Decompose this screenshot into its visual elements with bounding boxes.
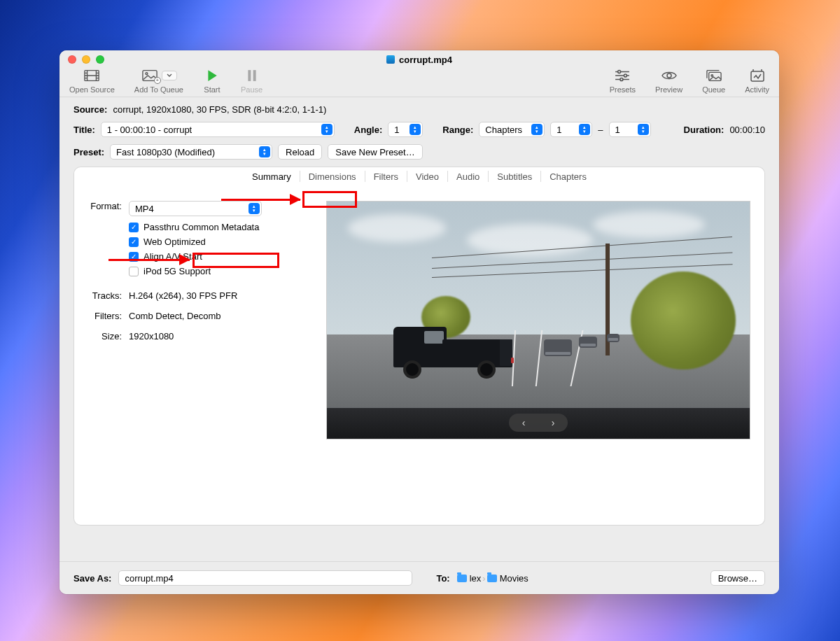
preview-prev-button[interactable]: ‹ xyxy=(522,417,526,428)
activity-button[interactable]: Activity xyxy=(745,69,769,94)
svg-rect-10 xyxy=(248,70,251,81)
start-button[interactable]: Start xyxy=(203,69,221,94)
browse-button[interactable]: Browse… xyxy=(710,570,765,586)
source-label: Source: xyxy=(74,104,107,115)
preview-nav: ‹ › xyxy=(509,414,568,432)
queue-button[interactable]: Queue xyxy=(702,69,725,94)
save-as-label: Save As: xyxy=(74,573,111,584)
images-stack-icon xyxy=(705,69,723,83)
film-icon xyxy=(83,69,101,83)
range-from-select[interactable]: 1 xyxy=(550,122,592,137)
range-label: Range: xyxy=(442,125,473,135)
range-dash: – xyxy=(598,125,603,135)
title-label: Title: xyxy=(74,125,95,135)
range-type-select[interactable]: Chapters xyxy=(479,122,545,137)
window-title: corrupt.mp4 xyxy=(399,55,452,65)
svg-point-20 xyxy=(711,75,713,77)
checkmark-icon: ✓ xyxy=(129,252,139,262)
save-as-input[interactable]: corrupt.mp4 xyxy=(118,570,412,586)
ipod-5g-support-checkbox[interactable]: iPod 5G Support xyxy=(129,266,318,276)
pause-button: Pause xyxy=(241,69,262,94)
image-add-icon: + xyxy=(141,69,159,83)
duration-label: Duration: xyxy=(684,125,724,135)
add-to-queue-button[interactable]: + xyxy=(141,69,177,83)
updown-icon xyxy=(531,124,542,135)
filters-label: Filters: xyxy=(88,311,129,321)
tracks-label: Tracks: xyxy=(88,290,129,301)
web-optimized-checkbox[interactable]: ✓ Web Optimized xyxy=(129,237,318,247)
tab-subtitles[interactable]: Subtitles xyxy=(489,168,540,185)
svg-rect-11 xyxy=(253,70,255,81)
sliders-icon xyxy=(613,69,631,83)
zoom-window-button[interactable] xyxy=(96,55,104,64)
updown-icon xyxy=(259,146,270,157)
reload-preset-button[interactable]: Reload xyxy=(278,144,322,160)
svg-point-16 xyxy=(624,74,627,77)
svg-point-17 xyxy=(620,78,623,81)
checkbox-icon xyxy=(129,267,139,276)
preset-label: Preset: xyxy=(74,147,104,157)
folder-icon xyxy=(457,575,467,582)
updown-icon xyxy=(579,124,590,135)
passthru-metadata-checkbox[interactable]: ✓ Passthru Common Metadata xyxy=(129,222,318,232)
size-label: Size: xyxy=(88,331,129,341)
checkmark-icon: ✓ xyxy=(129,237,139,247)
format-select[interactable]: MP4 xyxy=(129,201,262,216)
activity-icon xyxy=(748,69,766,83)
tab-summary[interactable]: Summary xyxy=(244,168,300,185)
updown-icon xyxy=(248,203,260,214)
tab-chapters[interactable]: Chapters xyxy=(541,168,595,185)
pause-icon xyxy=(243,69,261,83)
updown-icon xyxy=(638,124,649,135)
save-new-preset-button[interactable]: Save New Preset… xyxy=(328,144,422,160)
tab-filters[interactable]: Filters xyxy=(365,168,407,185)
window-controls xyxy=(59,55,104,64)
destination-path[interactable]: lex › Movies xyxy=(457,573,528,584)
range-to-select[interactable]: 1 xyxy=(609,122,651,137)
minimize-window-button[interactable] xyxy=(82,55,90,64)
add-to-queue-menu-button[interactable] xyxy=(162,71,177,80)
size-value: 1920x1080 xyxy=(129,331,318,341)
video-preview: ‹ › xyxy=(326,201,750,439)
play-icon xyxy=(203,69,221,83)
checkmark-icon: ✓ xyxy=(129,223,139,232)
app-window: corrupt.mp4 Open Source + xyxy=(59,50,779,594)
tracks-value: H.264 (x264), 30 FPS PFR xyxy=(129,290,318,301)
open-source-button[interactable]: Open Source xyxy=(69,69,115,94)
updown-icon xyxy=(410,124,421,135)
filters-value: Comb Detect, Decomb xyxy=(129,311,318,321)
updown-icon xyxy=(321,124,332,135)
tab-video[interactable]: Video xyxy=(407,168,447,185)
close-window-button[interactable] xyxy=(68,55,76,64)
eye-icon xyxy=(660,69,678,83)
summary-panel: Format: MP4 ✓ Passthru Common Metadata xyxy=(74,185,765,526)
title-select[interactable]: 1 - 00:00:10 - corrupt xyxy=(101,122,335,137)
tab-bar: Summary Dimensions Filters Video Audio S… xyxy=(74,167,765,185)
svg-rect-21 xyxy=(751,71,764,81)
presets-button[interactable]: Presets xyxy=(610,69,636,94)
preview-next-button[interactable]: › xyxy=(552,417,555,428)
titlebar: corrupt.mp4 xyxy=(59,50,779,69)
folder-icon xyxy=(487,575,497,582)
document-icon xyxy=(386,55,395,64)
angle-label: Angle: xyxy=(354,125,382,135)
svg-point-18 xyxy=(667,73,671,78)
preset-select[interactable]: Fast 1080p30 (Modified) xyxy=(110,144,272,160)
format-label: Format: xyxy=(88,201,129,216)
content-area: Source: corrupt, 1920x1080, 30 FPS, SDR … xyxy=(59,97,779,526)
tab-dimensions[interactable]: Dimensions xyxy=(300,168,365,185)
preview-button[interactable]: Preview xyxy=(655,69,682,94)
tab-audio[interactable]: Audio xyxy=(448,168,488,185)
toolbar: Open Source + Add To Queue xyxy=(59,69,779,97)
svg-point-15 xyxy=(618,71,621,73)
to-label: To: xyxy=(436,573,449,584)
duration-value: 00:00:10 xyxy=(729,125,765,135)
angle-select[interactable]: 1 xyxy=(388,122,423,137)
source-value: corrupt, 1920x1080, 30 FPS, SDR (8-bit 4… xyxy=(113,104,326,115)
svg-point-9 xyxy=(146,73,148,75)
align-av-start-checkbox[interactable]: ✓ Align A/V Start xyxy=(129,251,318,262)
bottom-bar: Save As: corrupt.mp4 To: lex › Movies Br… xyxy=(59,561,779,594)
